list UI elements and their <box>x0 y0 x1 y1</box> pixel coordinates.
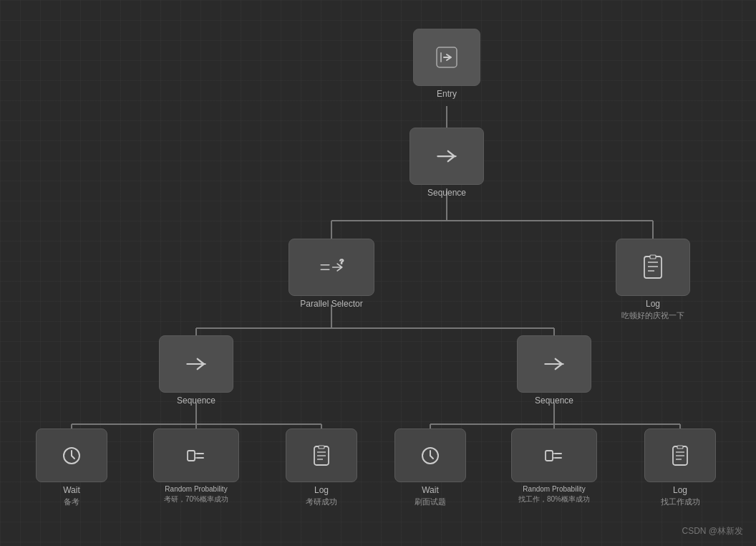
wait-left-node[interactable]: Wait 备考 <box>36 428 107 507</box>
parallel-selector-box: ? <box>289 239 374 296</box>
sequence-top-label: Sequence <box>427 188 466 198</box>
log-left-box <box>286 428 357 482</box>
log-right-label: Log <box>673 485 687 495</box>
sequence-right-icon <box>541 351 567 377</box>
random-right-node[interactable]: Random Probability 找工作，80%概率成功 <box>511 428 597 504</box>
log-top-icon <box>640 254 666 280</box>
sequence-left-icon <box>183 351 209 377</box>
random-right-box <box>511 428 597 482</box>
svg-rect-43 <box>677 446 683 449</box>
random-left-icon <box>185 445 207 466</box>
parallel-selector-icon: ? <box>319 254 344 280</box>
random-left-sublabel: 考研，70%概率成功 <box>164 494 228 504</box>
wait-right-sublabel: 刷面试题 <box>415 497 446 507</box>
sequence-right-label: Sequence <box>535 396 573 406</box>
sequence-left-label: Sequence <box>177 396 215 406</box>
sequence-right-box <box>517 335 591 393</box>
wait-right-label: Wait <box>422 485 439 495</box>
log-right-icon <box>669 445 691 466</box>
sequence-left-box <box>159 335 233 393</box>
wait-left-icon <box>61 445 82 466</box>
parallel-selector-node[interactable]: ? Parallel Selector <box>289 239 374 309</box>
sequence-top-box <box>410 128 484 185</box>
random-left-label: Random Probability <box>165 485 227 493</box>
random-right-label: Random Probability <box>523 485 585 493</box>
svg-rect-34 <box>319 446 324 449</box>
log-top-node[interactable]: Log 吃顿好的庆祝一下 <box>616 239 690 321</box>
random-right-sublabel: 找工作，80%概率成功 <box>518 494 590 504</box>
svg-text:?: ? <box>339 257 344 265</box>
wait-right-node[interactable]: Wait 刷面试题 <box>394 428 466 507</box>
wait-left-sublabel: 备考 <box>64 497 79 507</box>
random-left-node[interactable]: Random Probability 考研，70%概率成功 <box>153 428 239 504</box>
wait-right-icon <box>420 445 441 466</box>
random-left-box <box>153 428 239 482</box>
log-right-box <box>644 428 716 482</box>
log-left-label: Log <box>314 485 329 495</box>
random-right-icon <box>543 445 565 466</box>
sequence-top-icon <box>434 143 460 169</box>
wait-left-box <box>36 428 107 482</box>
sequence-right-node[interactable]: Sequence <box>517 335 591 406</box>
log-left-node[interactable]: Log 考研成功 <box>286 428 357 507</box>
watermark: CSDN @林新发 <box>682 525 743 537</box>
log-top-label: Log <box>646 299 660 309</box>
log-left-icon <box>311 445 332 466</box>
svg-rect-36 <box>546 451 553 461</box>
entry-icon <box>434 44 460 70</box>
svg-rect-25 <box>650 255 656 259</box>
parallel-selector-label: Parallel Selector <box>300 299 362 309</box>
log-left-sublabel: 考研成功 <box>306 497 337 507</box>
wait-left-label: Wait <box>63 485 80 495</box>
sequence-top-node[interactable]: Sequence <box>410 128 484 198</box>
behavior-tree: Entry Sequence ? Parallel Selector <box>0 0 756 546</box>
entry-node[interactable]: Entry <box>413 29 480 99</box>
entry-label: Entry <box>437 89 457 99</box>
wait-right-box <box>394 428 466 482</box>
svg-rect-27 <box>188 451 195 461</box>
log-top-sublabel: 吃顿好的庆祝一下 <box>621 310 684 321</box>
log-right-node[interactable]: Log 找工作成功 <box>644 428 716 507</box>
log-right-sublabel: 找工作成功 <box>661 497 700 507</box>
svg-rect-21 <box>644 257 662 278</box>
log-top-box <box>616 239 690 296</box>
entry-box <box>413 29 480 86</box>
sequence-left-node[interactable]: Sequence <box>159 335 233 406</box>
